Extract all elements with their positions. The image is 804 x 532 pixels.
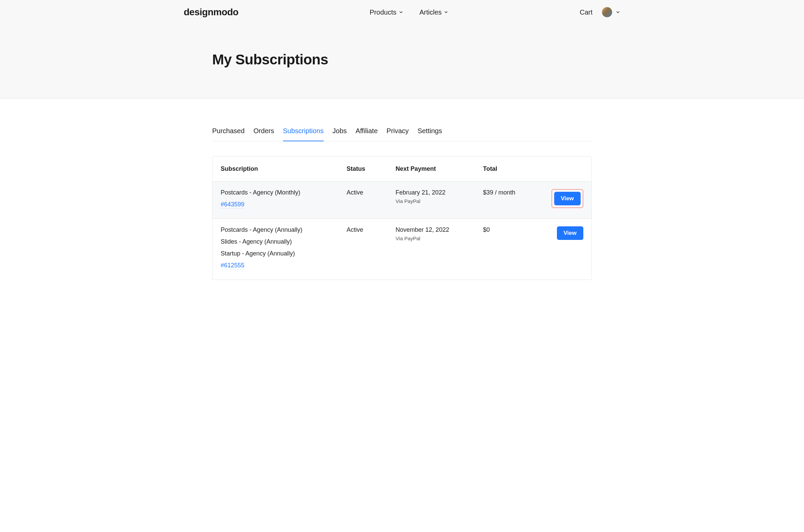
cell-subscription: Postcards - Agency (Annually)Slides - Ag… [221, 226, 343, 269]
cell-total: $39 / month [483, 189, 547, 196]
user-menu[interactable] [602, 7, 620, 17]
tab-purchased[interactable]: Purchased [212, 127, 245, 141]
next-payment-date: November 12, 2022 [396, 226, 479, 233]
cell-status: Active [347, 189, 392, 196]
content: PurchasedOrdersSubscriptionsJobsAffiliat… [212, 99, 592, 280]
th-total: Total [483, 165, 547, 172]
nav-right: Cart [580, 7, 620, 17]
view-button[interactable]: View [557, 226, 583, 240]
th-status: Status [347, 165, 392, 172]
tabs: PurchasedOrdersSubscriptionsJobsAffiliat… [212, 127, 592, 141]
page-title: My Subscriptions [212, 52, 592, 68]
cell-total: $0 [483, 226, 547, 233]
tab-orders[interactable]: Orders [254, 127, 274, 141]
logo[interactable]: designmodo [184, 7, 238, 18]
cell-status: Active [347, 226, 392, 233]
chevron-down-icon [616, 10, 620, 15]
subscriptions-table: Subscription Status Next Payment Total P… [212, 156, 592, 280]
view-button-highlight: View [551, 189, 583, 208]
subscription-name: Postcards - Agency (Annually) [221, 226, 343, 233]
cart-link[interactable]: Cart [580, 8, 593, 16]
nav-articles-label: Articles [419, 8, 442, 16]
avatar [602, 7, 612, 17]
subscription-id-link[interactable]: #612555 [221, 262, 244, 269]
th-subscription: Subscription [221, 165, 343, 172]
nav-center: Products Articles [238, 8, 580, 16]
hero: My Subscriptions [212, 24, 592, 98]
cell-next-payment: November 12, 2022Via PayPal [396, 226, 479, 241]
table-row: Postcards - Agency (Annually)Slides - Ag… [212, 219, 592, 280]
nav-products-label: Products [370, 8, 397, 16]
cell-next-payment: February 21, 2022Via PayPal [396, 189, 479, 204]
nav-articles[interactable]: Articles [419, 8, 449, 16]
tab-settings[interactable]: Settings [417, 127, 442, 141]
subscription-name: Startup - Agency (Annually) [221, 250, 343, 257]
header: designmodo Products Articles Cart [173, 0, 631, 24]
tab-privacy[interactable]: Privacy [387, 127, 409, 141]
next-payment-date: February 21, 2022 [396, 189, 479, 196]
cell-subscription: Postcards - Agency (Monthly)#643599 [221, 189, 343, 208]
cell-action: View [551, 226, 583, 240]
tab-affiliate[interactable]: Affiliate [356, 127, 378, 141]
table-header: Subscription Status Next Payment Total [212, 156, 592, 182]
subscription-name: Postcards - Agency (Monthly) [221, 189, 343, 196]
table-row: Postcards - Agency (Monthly)#643599Activ… [212, 182, 592, 219]
payment-method: Via PayPal [396, 198, 479, 204]
payment-method: Via PayPal [396, 235, 479, 241]
chevron-down-icon [444, 10, 448, 15]
tab-subscriptions[interactable]: Subscriptions [283, 127, 324, 141]
subscription-id-link[interactable]: #643599 [221, 201, 244, 208]
chevron-down-icon [399, 10, 403, 15]
nav-products[interactable]: Products [370, 8, 403, 16]
th-next-payment: Next Payment [396, 165, 479, 172]
view-button[interactable]: View [554, 192, 581, 205]
cell-action: View [551, 189, 583, 208]
tab-jobs[interactable]: Jobs [333, 127, 347, 141]
subscription-name: Slides - Agency (Annually) [221, 238, 343, 245]
